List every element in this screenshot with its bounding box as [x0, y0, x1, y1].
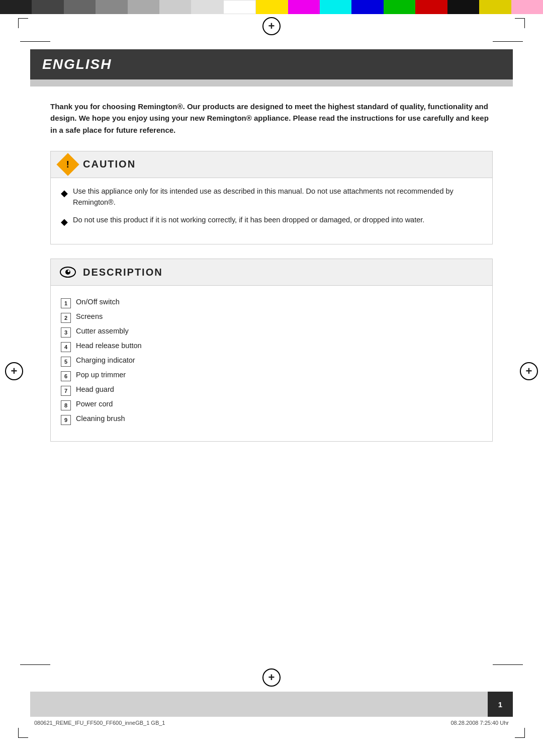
desc-item-7: 7 Head guard	[61, 385, 482, 396]
caution-section: CAUTION ◆ Use this appliance only for it…	[50, 151, 493, 245]
description-header: DESCRIPTION	[51, 259, 492, 286]
desc-num-7: 7	[61, 386, 71, 396]
top-trim-lines	[0, 37, 543, 45]
desc-item-9: 9 Cleaning brush	[61, 414, 482, 425]
description-body: 1 On/Off switch 2 Screens 3 Cutter assem…	[51, 286, 492, 441]
left-reg-mark-area	[5, 362, 23, 380]
color-bar	[0, 0, 543, 14]
color-seg-magenta	[288, 0, 320, 14]
intro-paragraph: Thank you for choosing Remington®. Our p…	[50, 101, 493, 136]
trim-line-right	[493, 41, 523, 42]
footer-text-area: 080621_REME_IFU_FF500_FF600_inneGB_1 GB_…	[0, 717, 543, 726]
caution-title: CAUTION	[83, 158, 136, 170]
desc-label-2: Screens	[76, 312, 103, 320]
description-list: 1 On/Off switch 2 Screens 3 Cutter assem…	[61, 294, 482, 433]
desc-item-3: 3 Cutter assembly	[61, 327, 482, 338]
bullet-icon-2: ◆	[61, 215, 68, 229]
bottom-area: 1 080621_REME_IFU_FF500_FF600_inneGB_1 G…	[0, 660, 543, 726]
svg-point-1	[65, 270, 70, 275]
color-seg-pink	[511, 0, 543, 14]
desc-num-9: 9	[61, 415, 71, 425]
color-seg-darkyellow	[479, 0, 511, 14]
bottom-reg-area	[0, 668, 543, 687]
desc-item-2: 2 Screens	[61, 312, 482, 323]
color-seg-2	[32, 0, 63, 14]
corner-trim-tr	[515, 18, 525, 28]
color-seg-8	[223, 0, 256, 14]
corner-trim-bl	[18, 728, 28, 738]
color-seg-red	[415, 0, 447, 14]
corner-trim-tl	[18, 18, 28, 28]
corner-trim-br	[515, 728, 525, 738]
right-reg-mark	[520, 362, 538, 380]
language-title: ENGLISH	[42, 56, 501, 72]
color-seg-black2	[447, 0, 479, 14]
desc-item-1: 1 On/Off switch	[61, 298, 482, 308]
bottom-trim-lines	[0, 660, 543, 668]
desc-label-9: Cleaning brush	[76, 414, 125, 423]
desc-label-4: Head release button	[76, 342, 142, 350]
gray-accent-bar	[30, 79, 513, 87]
footer-right-text: 08.28.2008 7:25:40 Uhr	[450, 720, 509, 726]
desc-label-8: Power cord	[76, 400, 113, 408]
page-number: 1	[488, 692, 513, 717]
trim-line-left	[20, 41, 50, 42]
svg-point-2	[68, 270, 70, 272]
description-eye-icon	[60, 264, 76, 280]
desc-label-3: Cutter assembly	[76, 327, 129, 335]
desc-num-8: 8	[61, 400, 71, 410]
description-title: DESCRIPTION	[83, 267, 163, 278]
desc-num-5: 5	[61, 357, 71, 367]
desc-num-4: 4	[61, 342, 71, 352]
color-seg-1	[0, 0, 32, 14]
desc-num-3: 3	[61, 327, 71, 338]
color-seg-green	[384, 0, 415, 14]
color-seg-4	[96, 0, 127, 14]
desc-item-6: 6 Pop up trimmer	[61, 371, 482, 381]
desc-item-4: 4 Head release button	[61, 342, 482, 352]
footer-left-text: 080621_REME_IFU_FF500_FF600_inneGB_1 GB_…	[34, 720, 165, 726]
caution-body: ◆ Use this appliance only for its intend…	[51, 178, 492, 244]
top-reg-mark	[262, 17, 281, 35]
bullet-icon-1: ◆	[61, 187, 68, 208]
bottom-reg-mark	[262, 668, 281, 687]
caution-text-1: Use this appliance only for its intended…	[73, 186, 482, 208]
color-seg-7	[191, 0, 223, 14]
bottom-band: 1	[30, 692, 513, 717]
language-header-band: ENGLISH	[30, 49, 513, 79]
color-seg-5	[128, 0, 159, 14]
caution-header: CAUTION	[51, 151, 492, 178]
desc-item-5: 5 Charging indicator	[61, 356, 482, 367]
desc-num-2: 2	[61, 313, 71, 323]
top-registration-area	[0, 17, 543, 35]
caution-item-1: ◆ Use this appliance only for its intend…	[61, 186, 482, 208]
color-seg-cyan	[320, 0, 351, 14]
color-seg-3	[64, 0, 96, 14]
desc-num-6: 6	[61, 371, 71, 381]
desc-label-5: Charging indicator	[76, 356, 135, 364]
caution-diamond-icon	[56, 153, 79, 176]
desc-label-6: Pop up trimmer	[76, 371, 126, 379]
desc-num-1: 1	[61, 298, 71, 308]
desc-item-8: 8 Power cord	[61, 400, 482, 410]
caution-item-2: ◆ Do not use this product if it is not w…	[61, 215, 482, 229]
desc-label-7: Head guard	[76, 385, 114, 393]
right-reg-mark-area	[520, 362, 538, 380]
color-seg-yellow	[256, 0, 288, 14]
description-section: DESCRIPTION 1 On/Off switch 2 Screens 3 …	[50, 259, 493, 442]
bottom-trim-line-right	[493, 664, 523, 665]
main-content: Thank you for choosing Remington®. Our p…	[50, 87, 493, 442]
bottom-trim-line-left	[20, 664, 50, 665]
left-reg-mark	[5, 362, 23, 380]
color-seg-blue	[351, 0, 383, 14]
caution-text-2: Do not use this product if it is not wor…	[73, 215, 424, 229]
desc-label-1: On/Off switch	[76, 298, 120, 306]
color-seg-6	[159, 0, 191, 14]
